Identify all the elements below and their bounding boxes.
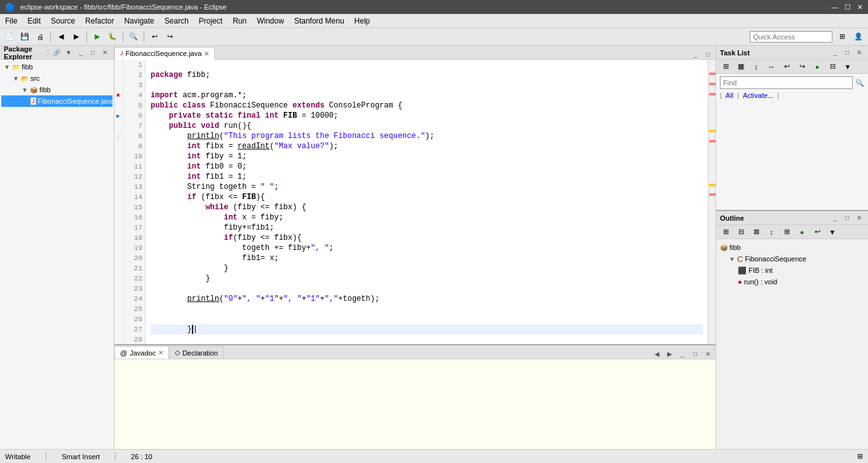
run-button[interactable]: ▶: [90, 30, 104, 44]
outline-menu-icon[interactable]: ▼: [825, 225, 839, 239]
debug-button[interactable]: 🐛: [105, 30, 119, 44]
pkg-menu-icon[interactable]: ▼: [64, 48, 74, 58]
menubar-item-file[interactable]: File: [0, 14, 22, 28]
close-button[interactable]: ✕: [857, 3, 863, 11]
task-toolbar-btn-4[interactable]: ↔: [764, 60, 778, 74]
status-position: 26 : 10: [131, 453, 153, 460]
editor-minimize-icon[interactable]: _: [690, 49, 700, 59]
next-edit-button[interactable]: ▶: [69, 30, 83, 44]
task-find-input[interactable]: [720, 76, 853, 89]
perspective-button[interactable]: ⊞: [835, 30, 849, 44]
collapse-all-icon[interactable]: ⬜: [39, 48, 50, 58]
editor-tab-fibonacci[interactable]: J FibonacciSequence.java ✕: [114, 47, 215, 60]
tree-item-src[interactable]: ▼ 📂 src: [1, 73, 112, 84]
bottom-maximize-icon[interactable]: □: [690, 349, 700, 359]
back-nav-icon[interactable]: ◀: [652, 349, 662, 359]
menubar-item-navigate[interactable]: Navigate: [119, 14, 159, 28]
task-close-icon[interactable]: ✕: [854, 48, 864, 58]
gutter-line-28: [114, 335, 122, 344]
code-line-26: }|: [151, 324, 703, 335]
menubar-item-edit[interactable]: Edit: [22, 14, 46, 28]
task-toolbar-btn-8[interactable]: ⊟: [825, 60, 839, 74]
minimize-button[interactable]: —: [831, 3, 838, 11]
new-button[interactable]: 📄: [3, 30, 17, 44]
code-line-16: fiby+=fib1;: [151, 223, 274, 232]
pkg-minimize-icon[interactable]: _: [76, 48, 86, 58]
task-all-link[interactable]: All: [726, 92, 733, 99]
bottom-minimize-icon[interactable]: _: [677, 349, 688, 359]
prev-edit-button[interactable]: ◀: [54, 30, 68, 44]
menubar-item-help[interactable]: Help: [349, 14, 376, 28]
view-button[interactable]: 👤: [851, 30, 865, 44]
outline-filter-btn-5[interactable]: ●: [795, 225, 809, 239]
tree-item-fibb-package[interactable]: ▼ 📦 fibb: [1, 84, 112, 95]
status-insert-mode: Smart Insert: [62, 453, 100, 460]
menubar-item-stanford-menu[interactable]: Stanford Menu: [289, 14, 349, 28]
fwd-nav-icon[interactable]: ▶: [665, 349, 675, 359]
javadoc-close-icon[interactable]: ✕: [158, 349, 163, 356]
tab-java-icon: J: [120, 50, 123, 57]
editor-scrollbar[interactable]: [708, 60, 715, 344]
editor-maximize-icon[interactable]: □: [703, 49, 713, 59]
code-line-25: [151, 315, 155, 324]
outline-class-label: FibonacciSequence: [745, 255, 806, 263]
quick-access-input[interactable]: [750, 31, 832, 43]
menubar-item-project[interactable]: Project: [194, 14, 227, 28]
gutter-line-15: [114, 202, 122, 212]
outline-fibb-label: fibb: [729, 244, 741, 251]
pkg-close-icon[interactable]: ✕: [100, 48, 110, 58]
task-activate-link[interactable]: Activate...: [743, 92, 773, 99]
gutter-line-18: [114, 233, 122, 243]
menubar-item-window[interactable]: Window: [252, 14, 289, 28]
outline-class[interactable]: ▼ C FibonacciSequence: [719, 253, 865, 265]
task-toolbar-btn-5[interactable]: ↩: [780, 60, 794, 74]
outline-sort-btn[interactable]: ⊞: [719, 225, 733, 239]
tab-close-icon[interactable]: ✕: [204, 50, 209, 57]
outline-field-fib[interactable]: ⬛ FIB : int: [719, 265, 865, 276]
tree-item-fibonacci-java[interactable]: J FibonacciSequence.java: [1, 95, 112, 107]
outline-minimize-icon[interactable]: _: [830, 213, 840, 223]
task-toolbar-btn-2[interactable]: ▦: [734, 60, 748, 74]
undo-button[interactable]: ↩: [147, 30, 161, 44]
task-maximize-icon[interactable]: □: [842, 48, 852, 58]
outline-filter-btn-3[interactable]: ↕: [764, 225, 778, 239]
search-button[interactable]: 🔍: [126, 30, 140, 44]
redo-button[interactable]: ↪: [163, 30, 177, 44]
link-editor-icon[interactable]: 🔗: [51, 48, 62, 58]
task-toolbar-btn-3[interactable]: ↕: [749, 60, 763, 74]
tab-javadoc[interactable]: @ Javadoc ✕: [114, 346, 169, 359]
outline-filter-btn-4[interactable]: ⊞: [780, 225, 794, 239]
print-button[interactable]: 🖨: [33, 30, 47, 44]
pkg-maximize-icon[interactable]: □: [88, 48, 98, 58]
save-button[interactable]: 💾: [18, 30, 32, 44]
outline-fibb-package[interactable]: 📦 fibb: [719, 242, 865, 253]
menubar-item-source[interactable]: Source: [46, 14, 80, 28]
outline-filter-btn-2[interactable]: ⊠: [749, 225, 763, 239]
tab-declaration[interactable]: ◇ Declaration: [169, 346, 224, 359]
gutter-line-16: [114, 212, 122, 223]
maximize-button[interactable]: ☐: [844, 3, 851, 11]
bottom-panel: @ Javadoc ✕ ◇ Declaration ◀ ▶ _ □ ✕: [114, 344, 715, 449]
outline-method-run[interactable]: ● run() : void: [719, 276, 865, 287]
tree-item-fibb-project[interactable]: ▼ 📁 fibb: [1, 61, 112, 73]
code-content[interactable]: package fibb; import acm.program.*; publ…: [146, 60, 708, 344]
outline-close-icon[interactable]: ✕: [854, 213, 864, 223]
task-minimize-icon[interactable]: _: [830, 48, 840, 58]
task-list-header-icons: _ □ ✕: [830, 48, 864, 58]
menubar-item-refactor[interactable]: Refactor: [80, 14, 119, 28]
outline-filter-btn-1[interactable]: ⊟: [734, 225, 748, 239]
menubar-item-run[interactable]: Run: [227, 14, 252, 28]
gutter-line-2: [114, 70, 122, 80]
task-toolbar-btn-1[interactable]: ⊞: [719, 60, 733, 74]
package-explorer-tree: ▼ 📁 fibb ▼ 📂 src ▼ 📦 fibb J FibonacciSeq…: [0, 60, 114, 449]
task-menu-icon[interactable]: ▼: [841, 60, 855, 74]
task-toolbar-btn-7[interactable]: ●: [810, 60, 824, 74]
outline-panel: Outline _ □ ✕ ⊞ ⊟ ⊠ ↕ ⊞ ● ↩ ▼ 📦: [716, 211, 868, 449]
toolbar-sep-4: [144, 31, 144, 43]
task-toolbar-btn-6[interactable]: ↪: [795, 60, 809, 74]
menubar-item-search[interactable]: Search: [159, 14, 194, 28]
outline-maximize-icon[interactable]: □: [842, 213, 852, 223]
bottom-close-icon[interactable]: ✕: [703, 349, 713, 359]
outline-class-icon: C: [737, 254, 743, 264]
outline-collapse-btn[interactable]: ↩: [810, 225, 824, 239]
